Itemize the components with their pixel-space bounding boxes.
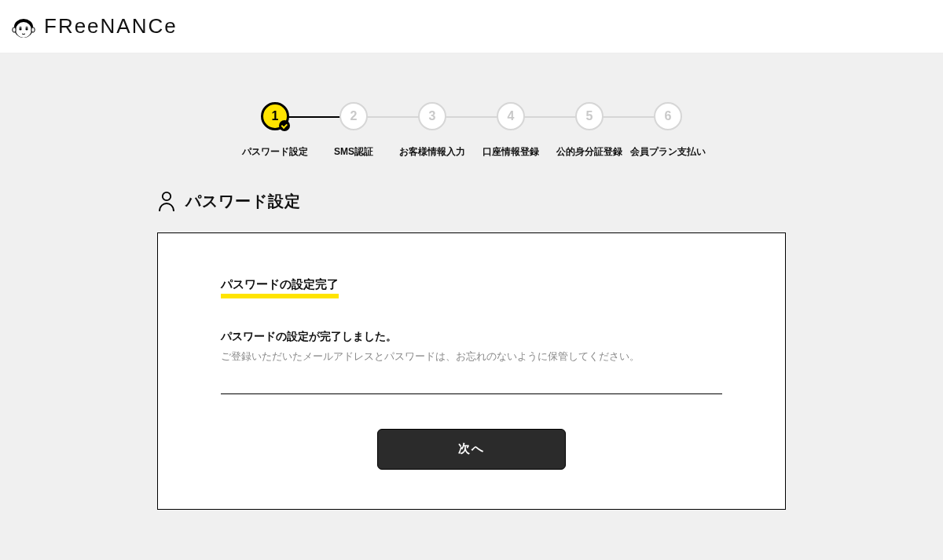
svg-point-0 <box>16 22 31 38</box>
section-title: パスワード設定 <box>185 191 301 212</box>
button-row: 次へ <box>221 429 722 470</box>
step-5: 5 公的身分証登録 <box>550 102 629 159</box>
content-wrap: パスワード設定 パスワードの設定完了 パスワードの設定が完了しました。 ご登録い… <box>157 190 786 510</box>
step-number: 5 <box>586 109 593 123</box>
panel-body: パスワードの設定完了 パスワードの設定が完了しました。 ご登録いただいたメールア… <box>221 277 722 394</box>
step-circle: 1 <box>261 102 289 130</box>
main-content: 1 パスワード設定 2 SMS認証 3 お客様情報入力 4 口座情報登録 5 公… <box>0 53 943 560</box>
svg-point-3 <box>13 27 16 31</box>
brand-logo[interactable]: FReeNANCe <box>9 13 178 41</box>
step-3: 3 お客様情報入力 <box>393 102 472 159</box>
complete-note: ご登録いただいたメールアドレスとパスワードは、お忘れのないように保管してください… <box>221 349 722 365</box>
step-2: 2 SMS認証 <box>314 102 393 159</box>
step-circle: 6 <box>654 102 682 130</box>
step-label: 会員プラン支払い <box>630 145 706 159</box>
step-circle: 5 <box>575 102 604 130</box>
step-6: 6 会員プラン支払い <box>629 102 707 159</box>
person-icon <box>157 190 176 212</box>
complete-title: パスワードの設定完了 <box>221 277 339 298</box>
check-icon <box>279 120 290 131</box>
step-circle: 2 <box>339 102 368 130</box>
step-number: 2 <box>350 109 358 123</box>
brand-wordmark: FReeNANCe <box>44 14 178 38</box>
svg-point-5 <box>163 192 171 200</box>
svg-point-4 <box>31 27 35 31</box>
step-label: お客様情報入力 <box>399 145 465 159</box>
svg-point-1 <box>19 27 21 30</box>
step-number: 4 <box>508 109 515 123</box>
next-button[interactable]: 次へ <box>377 429 566 470</box>
step-label: SMS認証 <box>334 145 373 159</box>
app-header: FReeNANCe <box>0 0 943 53</box>
step-number: 3 <box>429 109 436 123</box>
section-header: パスワード設定 <box>157 190 786 212</box>
step-4: 4 口座情報登録 <box>472 102 550 159</box>
progress-stepper: 1 パスワード設定 2 SMS認証 3 お客様情報入力 4 口座情報登録 5 公… <box>0 102 943 159</box>
complete-message: パスワードの設定が完了しました。 <box>221 330 722 344</box>
step-label: パスワード設定 <box>242 145 308 159</box>
step-label: 口座情報登録 <box>483 145 539 159</box>
step-circle: 4 <box>497 102 525 130</box>
step-label: 公的身分証登録 <box>556 145 622 159</box>
svg-point-2 <box>25 27 28 30</box>
step-number: 6 <box>665 109 672 123</box>
step-number: 1 <box>272 109 279 123</box>
step-1: 1 パスワード設定 <box>236 102 314 159</box>
form-panel: パスワードの設定完了 パスワードの設定が完了しました。 ご登録いただいたメールア… <box>157 232 786 510</box>
step-circle: 3 <box>418 102 446 130</box>
face-icon <box>9 13 38 41</box>
